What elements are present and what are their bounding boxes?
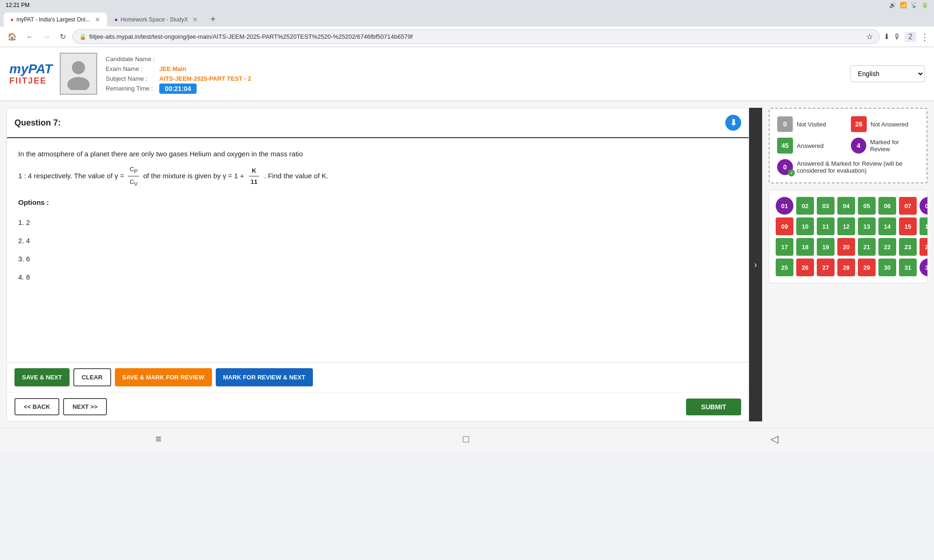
question-grid-item[interactable]: 15 (899, 217, 917, 235)
option-2[interactable]: 2. 4 (18, 231, 737, 250)
menu-icon[interactable]: ≡ (156, 433, 162, 445)
remaining-time-value: 00:21:04 (159, 84, 251, 93)
question-grid-item[interactable]: 01 (776, 197, 793, 215)
option-1[interactable]: 1. 2 (18, 213, 737, 231)
question-grid-item[interactable]: 29 (858, 259, 876, 276)
question-area: Question 7: ⬇ In the atmosphere of a pla… (7, 108, 762, 421)
question-grid-item[interactable]: 08 (920, 197, 927, 215)
question-grid-item[interactable]: 26 (796, 259, 814, 276)
add-tab-button[interactable]: + (205, 12, 220, 27)
option-4[interactable]: 4. 8 (18, 268, 737, 286)
tab2-close[interactable]: ✕ (192, 16, 198, 23)
tab2-title: Homework Space - StudyX (120, 16, 188, 23)
volume-icon: 🔊 (889, 2, 896, 8)
question-text-2b: of the mixture is given by γ = 1 + (143, 172, 246, 180)
logo-pat: PAT (28, 62, 52, 76)
question-grid-item[interactable]: 12 (837, 217, 855, 235)
question-grid-item[interactable]: 02 (796, 197, 814, 215)
subject-name-label: Subject Name : (106, 74, 158, 83)
question-grid-item[interactable]: 19 (817, 238, 835, 256)
address-bar[interactable]: 🔒 ☆ (72, 29, 880, 44)
question-grid-item[interactable]: 14 (878, 217, 896, 235)
candidate-info: Candidate Name : Exam Name : JEE Main Su… (105, 54, 252, 94)
marked-review-label: Marked for Review (870, 139, 919, 153)
question-title: Question 7: (14, 118, 61, 128)
back-icon[interactable]: ◁ (771, 433, 778, 445)
tab1-favicon: ● (10, 16, 14, 23)
question-grid-item[interactable]: 04 (837, 197, 855, 215)
mobile-bottom-bar: ≡ □ ◁ (0, 428, 934, 450)
question-grid-item[interactable]: 10 (796, 217, 814, 235)
forward-button[interactable]: → (40, 31, 53, 43)
scroll-down-button[interactable]: ⬇ (725, 115, 741, 131)
tab-1[interactable]: ● myPAT - India's Largest Onl... ✕ (4, 13, 107, 27)
question-grid-item[interactable]: 23 (899, 238, 917, 256)
question-grid-item[interactable]: 13 (858, 217, 876, 235)
tab-2[interactable]: ● Homework Space - StudyX ✕ (108, 13, 205, 27)
sidebar-toggle-arrow[interactable]: › (749, 108, 762, 421)
browser-toolbar: 🏠 ← → ↻ 🔒 ☆ ⬇ 🎙 2 ⋮ (0, 27, 934, 47)
question-grid-item[interactable]: 22 (878, 238, 896, 256)
question-grid-item[interactable]: 18 (796, 238, 814, 256)
question-grid-item[interactable]: 24 (920, 238, 927, 256)
question-grid-item[interactable]: 05 (858, 197, 876, 215)
question-grid-item[interactable]: 07 (899, 197, 917, 215)
question-panel: Question 7: ⬇ In the atmosphere of a pla… (7, 108, 749, 421)
profile-picture (60, 53, 97, 95)
main-content: Question 7: ⬇ In the atmosphere of a pla… (0, 101, 934, 428)
tab1-close[interactable]: ✕ (95, 16, 100, 23)
question-grid-item[interactable]: 06 (878, 197, 896, 215)
option-2-num: 2. (18, 237, 26, 245)
language-select[interactable]: English Hindi (850, 65, 925, 82)
option-4-num: 4. (18, 273, 26, 281)
clear-button[interactable]: CLEAR (73, 368, 111, 386)
download-button[interactable]: ⬇ (884, 32, 890, 41)
home-icon[interactable]: □ (463, 433, 469, 445)
exam-name-label: Exam Name : (106, 64, 158, 73)
question-grid-item[interactable]: 20 (837, 238, 855, 256)
question-grid-item[interactable]: 28 (837, 259, 855, 276)
question-grid-item[interactable]: 09 (776, 217, 793, 235)
question-text-2a: 1 : 4 respectively. The value of γ = (18, 172, 126, 180)
question-grid-item[interactable]: 32 (920, 259, 927, 276)
address-input[interactable] (89, 33, 863, 40)
legend-grid: 0 Not Visited 26 Not Answered 45 (777, 116, 919, 154)
question-grid: 0102030405060708091011121314151617181920… (769, 190, 927, 283)
question-grid-item[interactable]: 03 (817, 197, 835, 215)
refresh-button[interactable]: ↻ (57, 30, 69, 43)
header-left: myPAT FIITJEE Candidate Name : (9, 53, 252, 95)
option-3[interactable]: 3. 6 (18, 250, 737, 268)
save-next-button[interactable]: SAVE & NEXT (14, 368, 70, 386)
question-grid-item[interactable]: 27 (817, 259, 835, 276)
sidebar-panel: 0 Not Visited 26 Not Answered 45 (769, 108, 927, 421)
exam-name-value: JEE Main (159, 64, 251, 73)
menu-button[interactable]: ⋮ (920, 31, 929, 42)
home-button[interactable]: 🏠 (5, 30, 20, 43)
question-grid-item[interactable]: 17 (776, 238, 793, 256)
status-bar: 12:21 PM 🔊 📶 📡 🔋 (0, 0, 934, 10)
question-grid-item[interactable]: 11 (817, 217, 835, 235)
not-answered-label: Not Answered (870, 121, 908, 128)
submit-button[interactable]: SUBMIT (686, 399, 741, 415)
question-grid-item[interactable]: 31 (899, 259, 917, 276)
q-grid-container: 0102030405060708091011121314151617181920… (776, 197, 920, 276)
save-mark-review-button[interactable]: SAVE & MARK FOR REVIEW (115, 368, 212, 386)
back-button[interactable]: ← (23, 31, 36, 43)
question-grid-item[interactable]: 21 (858, 238, 876, 256)
microphone-button[interactable]: 🎙 (893, 33, 901, 41)
extensions-button[interactable]: 2 (905, 32, 916, 42)
remaining-time-label: Remaining Time : (106, 84, 158, 93)
option-1-value: 2 (26, 218, 30, 226)
back-nav-button[interactable]: << BACK (14, 398, 59, 415)
app-header: myPAT FIITJEE Candidate Name : (0, 47, 934, 101)
next-nav-button[interactable]: NEXT >> (63, 398, 106, 415)
question-grid-item[interactable]: 25 (776, 259, 793, 276)
legend-answered: 45 Answered (777, 138, 845, 154)
mark-review-next-button[interactable]: MARK FOR REVIEW & NEXT (216, 368, 313, 386)
option-3-num: 3. (18, 255, 26, 263)
not-answered-badge: 26 (851, 116, 867, 132)
question-grid-item[interactable]: 30 (878, 259, 896, 276)
star-icon[interactable]: ☆ (866, 32, 873, 41)
candidate-name-value (159, 55, 251, 63)
question-grid-item[interactable]: 16 (920, 217, 927, 235)
